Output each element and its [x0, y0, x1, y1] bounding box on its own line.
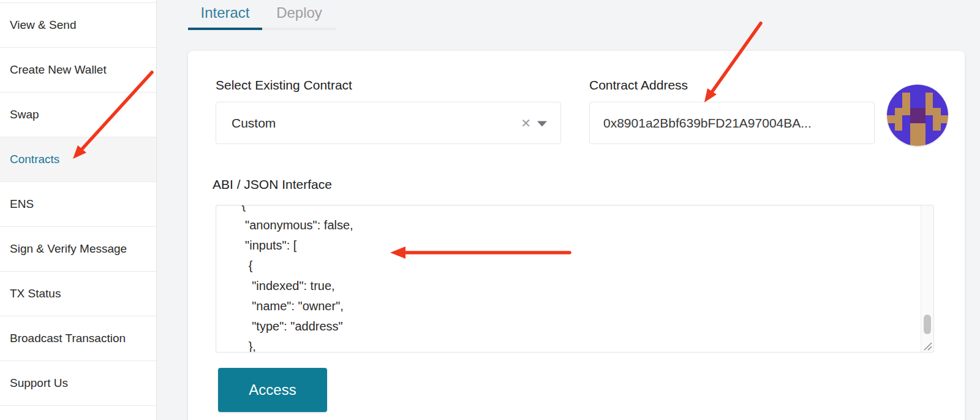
- contracts-page: View & Send Create New Wallet Swap Contr…: [0, 0, 980, 420]
- sidebar-item-broadcast-transaction[interactable]: Broadcast Transaction: [0, 316, 156, 361]
- sidebar-item-label: Create New Wallet: [10, 63, 107, 77]
- access-button[interactable]: Access: [218, 368, 327, 412]
- sidebar-item-view-send[interactable]: View & Send: [0, 3, 156, 48]
- contract-mode-tabs: Interact Deploy: [188, 0, 336, 30]
- sidebar-item-label: ENS: [10, 197, 34, 211]
- contract-address-label: Contract Address: [589, 78, 688, 93]
- existing-contract-select[interactable]: Custom ✕: [216, 102, 561, 144]
- interact-card: Select Existing Contract Custom ✕ Contra…: [188, 51, 965, 420]
- contract-address-input[interactable]: [589, 102, 875, 144]
- sidebar-item-label: Support Us: [10, 376, 68, 390]
- textarea-resize-handle-icon[interactable]: [922, 340, 933, 351]
- sidebar-nav-list: View & Send Create New Wallet Swap Contr…: [0, 2, 156, 406]
- sidebar-item-contracts[interactable]: Contracts: [0, 137, 156, 182]
- sidebar-item-label: TX Status: [10, 287, 61, 300]
- sidebar-item-create-new-wallet[interactable]: Create New Wallet: [0, 48, 156, 93]
- abi-json-textarea[interactable]: { "anonymous": false, "inputs": [ { "ind…: [216, 205, 934, 353]
- abi-scrollbar-thumb[interactable]: [924, 315, 931, 334]
- sidebar-item-label: Sign & Verify Message: [10, 242, 127, 256]
- abi-json-content: { "anonymous": false, "inputs": [ { "ind…: [216, 205, 933, 353]
- sidebar-item-support-us[interactable]: Support Us: [0, 361, 156, 406]
- tab-deploy[interactable]: Deploy: [262, 0, 336, 30]
- sidebar-item-label: Broadcast Transaction: [10, 332, 126, 345]
- clear-selection-icon[interactable]: ✕: [521, 116, 531, 131]
- select-existing-contract-label: Select Existing Contract: [216, 78, 352, 93]
- address-identicon: [887, 85, 948, 146]
- sidebar-item-label: Contracts: [10, 153, 59, 166]
- abi-json-interface-label: ABI / JSON Interface: [213, 177, 332, 192]
- sidebar: View & Send Create New Wallet Swap Contr…: [0, 0, 157, 420]
- tab-interact[interactable]: Interact: [188, 0, 262, 30]
- sidebar-item-sign-verify-message[interactable]: Sign & Verify Message: [0, 227, 156, 272]
- abi-scrollbar-track[interactable]: [921, 205, 933, 352]
- sidebar-item-label: Swap: [10, 108, 39, 121]
- existing-contract-selected-value: Custom: [216, 116, 560, 131]
- sidebar-item-swap[interactable]: Swap: [0, 93, 156, 137]
- chevron-down-icon[interactable]: [537, 121, 547, 126]
- sidebar-item-label: View & Send: [10, 18, 76, 32]
- sidebar-item-ens[interactable]: ENS: [0, 182, 156, 227]
- sidebar-item-tx-status[interactable]: TX Status: [0, 272, 156, 316]
